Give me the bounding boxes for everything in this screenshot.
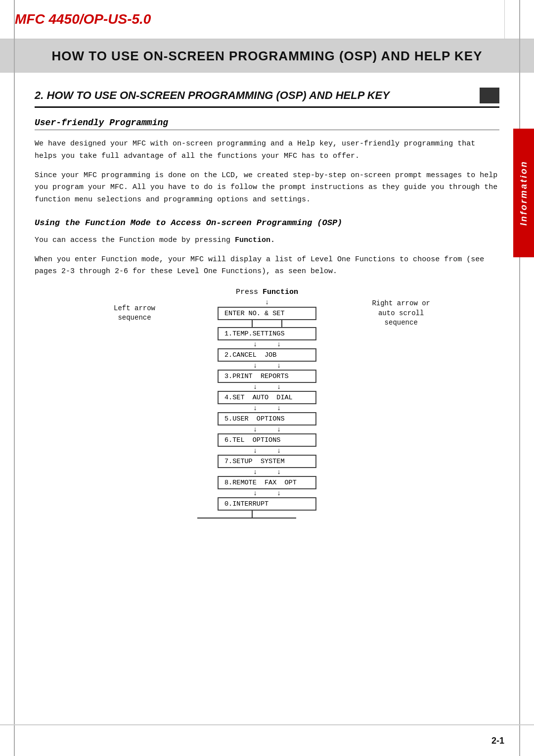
section-header: 2. HOW TO USE ON-SCREEN PROGRAMMING (OSP…: [35, 88, 499, 108]
subsection2-title: Using the Function Mode to Access On-scr…: [35, 218, 499, 228]
paragraph3: You can access the Function mode by pres…: [35, 235, 499, 247]
menu-item-8: 8.REMOTE FAX OPT: [218, 476, 316, 489]
menu-item-4: 4.SET AUTO DIAL: [218, 391, 316, 404]
paragraph2: Since your MFC programming is done on th…: [35, 170, 499, 206]
main-title: HOW TO USE ON-SCREEN PROGRAMMING (OSP) A…: [15, 48, 519, 64]
arrows-6: ↓↓: [218, 447, 316, 455]
arrow-top: ↓: [265, 298, 269, 307]
menu-item-7: 7.SETUP SYSTEM: [218, 455, 316, 468]
section-title: 2. HOW TO USE ON-SCREEN PROGRAMMING (OSP…: [35, 89, 475, 102]
menu-top-box: ENTER NO. & SET: [218, 307, 316, 320]
arrows-1: ↓↓: [218, 340, 316, 348]
page-number: 2-1: [491, 736, 504, 746]
diagram-area: Press Function ↓ Left arrowsequence Righ…: [35, 288, 499, 519]
main-header: HOW TO USE ON-SCREEN PROGRAMMING (OSP) A…: [0, 40, 534, 73]
menu-item-3: 3.PRINT REPORTS: [218, 370, 316, 383]
left-label: Left arrowsequence: [114, 304, 155, 323]
menu-item-6: 6.TEL OPTIONS: [218, 433, 316, 447]
arrows-8: ↓↓: [218, 489, 316, 497]
content: 2. HOW TO USE ON-SCREEN PROGRAMMING (OSP…: [0, 73, 534, 533]
page: MFC 4450/OP-US-5.0 HOW TO USE ON-SCREEN …: [0, 0, 534, 756]
press-function-label: Press Function: [236, 288, 298, 296]
paragraph4: When you enter Function mode, your MFC w…: [35, 254, 499, 279]
arrows-7: ↓↓: [218, 468, 316, 476]
arrows-3: ↓↓: [218, 383, 316, 391]
arrows-5: ↓↓: [218, 425, 316, 433]
menu-item-5: 5.USER OPTIONS: [218, 412, 316, 425]
top-header: MFC 4450/OP-US-5.0: [0, 0, 534, 40]
diagram-container: Press Function ↓ Left arrowsequence Righ…: [218, 288, 316, 519]
menu-item-1: 1.TEMP.SETTINGS: [218, 327, 316, 340]
arrows-2: ↓↓: [218, 362, 316, 370]
footer: 2-1: [0, 724, 534, 756]
menu-item-2: 2.CANCEL JOB: [218, 348, 316, 362]
menu-items: 1.TEMP.SETTINGS ↓↓ 2.CANCEL JOB ↓↓ 3.PRI…: [218, 327, 316, 519]
right-label: Right arrow orauto scrollsequence: [372, 299, 430, 328]
section-block-decoration: [480, 88, 499, 103]
arrows-4: ↓↓: [218, 404, 316, 412]
model-title: MFC 4450/OP-US-5.0: [0, 0, 504, 39]
menu-item-0: 0.INTERRUPT: [218, 497, 316, 511]
subsection1-title: User-friendly Programming: [35, 118, 499, 130]
paragraph1: We have designed your MFC with on-screen…: [35, 138, 499, 163]
